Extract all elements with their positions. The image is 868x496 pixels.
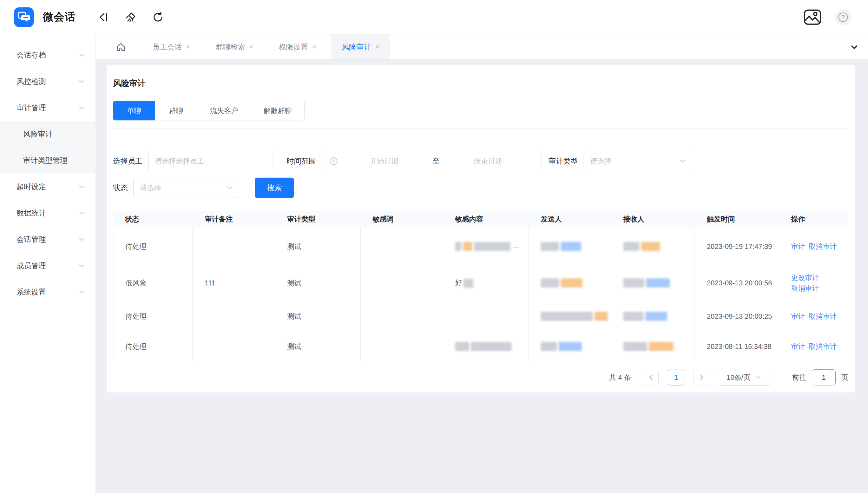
image-preview-icon[interactable]: [803, 9, 822, 25]
chevron-down-icon: [78, 51, 86, 59]
segment-群聊[interactable]: 群聊: [155, 101, 197, 120]
cell-word: [361, 265, 443, 300]
segment-解散群聊[interactable]: 解散群聊: [251, 101, 305, 120]
redacted-block: [646, 278, 670, 287]
close-icon[interactable]: ×: [375, 43, 380, 51]
filter-row-2: 状态 请选择 搜索: [113, 178, 848, 198]
column-header: 状态: [113, 211, 193, 227]
chevron-down-icon: [78, 183, 86, 191]
redacted-block: [623, 312, 644, 321]
sidebar-item-label: 会话存档: [17, 50, 78, 60]
home-icon[interactable]: [116, 42, 126, 52]
sidebar-subitem-审计类型管理[interactable]: 审计类型管理: [0, 147, 96, 173]
sidebar-item-2[interactable]: 风控检测: [0, 68, 96, 94]
prev-page-button[interactable]: [643, 370, 659, 385]
action-link-审计[interactable]: 审计: [791, 311, 805, 322]
redacted-block: [455, 342, 469, 351]
sidebar-item-7[interactable]: 成员管理: [0, 252, 96, 279]
page-number-1[interactable]: 1: [668, 370, 684, 385]
column-header: 敏感内容: [443, 211, 529, 227]
employee-select-input[interactable]: [148, 151, 274, 171]
segment-流失客户[interactable]: 流失客户: [197, 101, 251, 120]
ellipsis: …: [513, 242, 520, 250]
cell-receiver: [611, 227, 695, 265]
cell-status: 待处理: [113, 227, 193, 265]
end-date-placeholder[interactable]: 结束日期: [442, 157, 534, 166]
sidebar-subitem-风险审计[interactable]: 风险审计: [0, 121, 96, 147]
tabbar: 员工会话×群聊检索×权限设置×风险审计×: [96, 34, 868, 60]
redacted-block: [559, 342, 582, 351]
redacted-block: [541, 278, 559, 287]
collapse-sidebar-icon[interactable]: [97, 11, 109, 23]
close-icon[interactable]: ×: [186, 43, 190, 51]
redacted-block: [641, 242, 660, 251]
risk-audit-card: 风险审计 单聊群聊流失客户解散群聊 选择员工 时间范围: [107, 65, 855, 392]
sidebar-item-1[interactable]: 会话存档: [0, 42, 96, 68]
action-link-审计[interactable]: 审计: [791, 241, 805, 252]
cell-receiver: [611, 265, 695, 300]
action-link-更改审计[interactable]: 更改审计: [791, 272, 819, 283]
app-logo-icon: [14, 7, 34, 27]
time-range-label: 时间范围: [287, 156, 316, 166]
cell-receiver: [611, 300, 695, 332]
redacted-block: [594, 312, 608, 321]
action-link-取消审计[interactable]: 取消审计: [809, 311, 837, 322]
date-range-picker[interactable]: 开始日期 至 结束日期: [322, 151, 541, 171]
cell-trigger-time: 2023-09-13 20:00:25: [695, 300, 779, 332]
page-size-select[interactable]: 10条/页: [718, 369, 770, 386]
cell-sender: [529, 300, 611, 332]
redacted-block: [623, 278, 644, 287]
cell-sender-content: [541, 342, 584, 351]
search-button[interactable]: 搜索: [255, 178, 294, 198]
sidebar-item-4[interactable]: 超时设定: [0, 173, 96, 200]
page-title: 风险审计: [113, 65, 848, 89]
page-unit: 页: [841, 373, 848, 382]
audit-type-placeholder: 请选择: [590, 157, 611, 166]
cell-sender: [529, 265, 611, 300]
tab-label: 群聊检索: [216, 42, 245, 52]
redacted-block: [463, 242, 472, 251]
tabbar-chevron-down-icon[interactable]: [850, 42, 859, 52]
refresh-icon[interactable]: [152, 11, 164, 23]
sidebar-item-label: 审计管理: [17, 103, 78, 113]
status-select[interactable]: 请选择: [133, 178, 240, 198]
cell-word: [361, 300, 443, 332]
tab-风险审计[interactable]: 风险审计×: [331, 34, 390, 59]
action-link-取消审计[interactable]: 取消审计: [809, 241, 837, 252]
audit-type-select[interactable]: 请选择: [584, 151, 693, 171]
status-placeholder: 请选择: [140, 183, 161, 193]
cell-actions: 审计取消审计: [779, 227, 848, 265]
employee-input[interactable]: [149, 151, 274, 171]
app-title: 微会话: [43, 10, 75, 24]
sidebar-item-6[interactable]: 会话管理: [0, 226, 96, 252]
sidebar-item-5[interactable]: 数据统计: [0, 200, 96, 226]
sidebar-item-8[interactable]: 系统设置: [0, 279, 96, 305]
column-header: 操作: [779, 211, 848, 227]
goto-label: 前往: [792, 373, 806, 382]
sidebar-item-3[interactable]: 审计管理: [0, 94, 96, 121]
tab-员工会话[interactable]: 员工会话×: [142, 34, 201, 59]
tab-群聊检索[interactable]: 群聊检索×: [205, 34, 264, 59]
start-date-placeholder[interactable]: 开始日期: [338, 157, 430, 166]
chevron-down-icon: [78, 288, 86, 296]
chevron-down-icon: [679, 157, 686, 165]
cell-status: 待处理: [113, 332, 193, 361]
sidebar-item-label: 风控检测: [17, 77, 78, 86]
goto-page-input[interactable]: [812, 369, 836, 385]
employee-filter-label: 选择员工: [113, 156, 143, 166]
close-icon[interactable]: ×: [249, 43, 254, 51]
cell-sensitive-content-content: [455, 342, 513, 351]
tab-权限设置[interactable]: 权限设置×: [268, 34, 327, 59]
cell-actions: 审计取消审计: [779, 332, 848, 361]
svg-text:?: ?: [841, 14, 844, 21]
close-icon[interactable]: ×: [312, 43, 316, 51]
segment-单聊[interactable]: 单聊: [113, 101, 155, 120]
action-link-取消审计[interactable]: 取消审计: [809, 341, 837, 352]
action-link-取消审计[interactable]: 取消审计: [791, 283, 819, 293]
cell-actions: 审计取消审计: [779, 300, 848, 332]
action-link-审计[interactable]: 审计: [791, 341, 805, 352]
clean-brush-icon[interactable]: [125, 11, 137, 23]
help-icon[interactable]: ?: [835, 9, 851, 25]
next-page-button[interactable]: [693, 370, 709, 385]
tab-label: 权限设置: [278, 42, 308, 52]
